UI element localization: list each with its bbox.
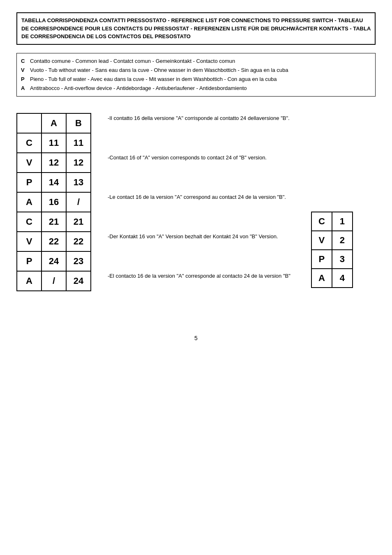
table-row: A 16 / [17, 192, 91, 212]
empty-header-cell [17, 113, 42, 133]
legend-text-c: Contatto comune - Common lead - Contatct… [30, 57, 235, 66]
row-label-p1: P [17, 173, 42, 192]
table-row: C 21 21 [17, 212, 91, 232]
legend-letter-p: P [21, 75, 27, 84]
legend-item-p: P Pieno - Tub full of water - Avec eau d… [21, 75, 371, 84]
row-label-p2: P [17, 251, 42, 271]
small-label-c: C [311, 212, 332, 231]
row-v2-b: 22 [66, 232, 91, 251]
small-table-row: C 1 [311, 212, 353, 231]
row-v1-a: 12 [42, 153, 66, 173]
small-val-4: 4 [332, 269, 353, 288]
row-a2-b: 24 [66, 271, 91, 291]
row-a1-a: 16 [42, 192, 66, 212]
row-label-c1: C [17, 133, 42, 153]
small-val-2: 2 [332, 231, 353, 250]
legend-text-v: Vuoto - Tub without water - Sans eau dan… [30, 66, 288, 75]
small-val-3: 3 [332, 250, 353, 269]
small-table-row: A 4 [311, 269, 353, 288]
note-4: -Der Kontakt 16 von "A" Version bezhalt … [108, 231, 291, 271]
row-a2-a: / [42, 271, 66, 291]
table-row: C 11 11 [17, 133, 91, 153]
notes-column: -Il contatto 16 della versione "A" corri… [108, 113, 291, 310]
row-v1-b: 12 [66, 153, 91, 173]
table-row: P 14 13 [17, 173, 91, 192]
note-5: -El contacto 16 de la version "A" corres… [108, 271, 291, 310]
row-p1-b: 13 [66, 173, 91, 192]
table-row: P 24 23 [17, 251, 91, 271]
note-2: -Contact 16 of "A" version corresponds t… [108, 152, 291, 192]
legend-text-a: Antitrabocco - Anti-overflow device - An… [30, 84, 247, 93]
table-row: A / 24 [17, 271, 91, 291]
note-3: -Le contact 16 de la version "A" corresp… [108, 192, 291, 231]
row-c2-b: 21 [66, 212, 91, 232]
table-row: V 22 22 [17, 232, 91, 251]
legend-letter-v: V [21, 66, 27, 75]
legend-text-p: Pieno - Tub full of water - Avec eau dan… [30, 75, 277, 84]
col-header-b: B [66, 113, 91, 133]
small-table: C 1 V 2 P 3 A 4 [311, 212, 353, 288]
small-table-row: P 3 [311, 250, 353, 269]
small-label-v: V [311, 231, 332, 250]
small-label-p: P [311, 250, 332, 269]
page-num-text: 5 [194, 335, 198, 341]
note-text-4: -Der Kontakt 16 von "A" Version bezhalt … [108, 233, 278, 241]
legend-item-a: A Antitrabocco - Anti-overflow device - … [21, 84, 371, 93]
row-c2-a: 21 [42, 212, 66, 232]
legend-box: C Contatto comune - Common lead - Contat… [16, 53, 376, 97]
legend-letter-c: C [21, 57, 27, 66]
small-table-container: C 1 V 2 P 3 A 4 [303, 212, 353, 288]
legend-item-v: V Vuoto - Tub without water - Sans eau d… [21, 66, 371, 75]
note-text-5: -El contacto 16 de la version "A" corres… [108, 272, 291, 280]
row-label-v1: V [17, 153, 42, 173]
row-label-a2: A [17, 271, 42, 291]
row-p2-a: 24 [42, 251, 66, 271]
row-v2-a: 22 [42, 232, 66, 251]
main-content: A B C 11 11 V 12 12 P 14 13 [16, 113, 376, 310]
legend-letter-a: A [21, 84, 27, 93]
row-label-c2: C [17, 212, 42, 232]
header-box: TABELLA CORRISPONDENZA CONTATTI PRESSOST… [16, 12, 376, 45]
note-text-3: -Le contact 16 de la version "A" corresp… [108, 193, 286, 201]
legend-item-c: C Contatto comune - Common lead - Contat… [21, 57, 371, 66]
note-text-1: -Il contatto 16 della versione "A" corri… [108, 115, 290, 122]
row-label-v2: V [17, 232, 42, 251]
notes-and-table: -Il contatto 16 della versione "A" corri… [108, 113, 353, 310]
row-c1-a: 11 [42, 133, 66, 153]
row-p2-b: 23 [66, 251, 91, 271]
col-header-a: A [42, 113, 66, 133]
small-val-1: 1 [332, 212, 353, 231]
header-text: TABELLA CORRISPONDENZA CONTATTI PRESSOST… [21, 16, 371, 41]
small-table-row: V 2 [311, 231, 353, 250]
contact-table: A B C 11 11 V 12 12 P 14 13 [16, 113, 91, 291]
row-c1-b: 11 [66, 133, 91, 153]
small-label-a: A [311, 269, 332, 288]
page-number: 5 [16, 335, 376, 341]
row-p1-a: 14 [42, 173, 66, 192]
left-section: A B C 11 11 V 12 12 P 14 13 [16, 113, 91, 291]
row-label-a1: A [17, 192, 42, 212]
row-a1-b: / [66, 192, 91, 212]
note-1: -Il contatto 16 della versione "A" corri… [108, 113, 291, 152]
note-text-2: -Contact 16 of "A" version corresponds t… [108, 154, 267, 162]
table-row: V 12 12 [17, 153, 91, 173]
